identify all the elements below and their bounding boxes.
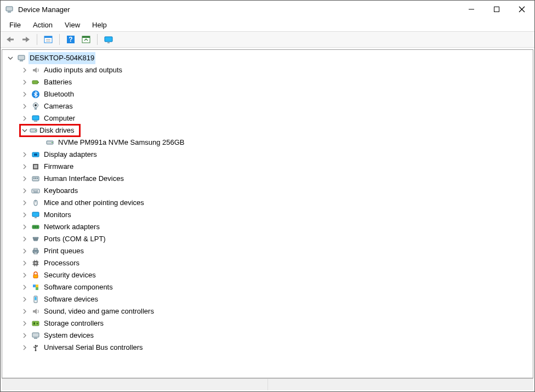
tree-item-disk-drives[interactable]: Disk drives bbox=[2, 124, 533, 137]
svg-rect-41 bbox=[33, 190, 34, 191]
svg-point-56 bbox=[36, 238, 37, 240]
tree-item-processors[interactable]: Processors bbox=[2, 257, 533, 269]
tree-item-label: Network adapters bbox=[43, 221, 101, 233]
chevron-right-icon[interactable] bbox=[21, 321, 29, 326]
svg-rect-3 bbox=[494, 7, 499, 12]
security-icon bbox=[31, 270, 41, 280]
minimize-button[interactable] bbox=[459, 1, 484, 18]
chevron-right-icon[interactable] bbox=[21, 297, 29, 302]
tree-item-display[interactable]: Display adapters bbox=[2, 149, 533, 161]
tree-item-printqueues[interactable]: Print queues bbox=[2, 245, 533, 257]
tree-item-hid[interactable]: Human Interface Devices bbox=[2, 173, 533, 185]
svg-rect-33 bbox=[34, 154, 37, 156]
mouse-icon bbox=[31, 198, 41, 208]
toolbar: ? bbox=[1, 31, 534, 48]
tree-root[interactable]: DESKTOP-504K819 bbox=[2, 52, 533, 64]
device-tree[interactable]: DESKTOP-504K819 Audio inputs and outputs… bbox=[2, 49, 533, 378]
svg-rect-51 bbox=[33, 226, 35, 228]
tree-item-cameras[interactable]: Cameras bbox=[2, 100, 533, 112]
tree-item-security[interactable]: Security devices bbox=[2, 269, 533, 281]
tree-item-label: Sound, video and game controllers bbox=[43, 305, 155, 317]
battery-icon bbox=[31, 77, 41, 87]
tree-item-label: Print queues bbox=[43, 245, 85, 257]
software-component-icon bbox=[31, 282, 41, 292]
chevron-right-icon[interactable] bbox=[21, 164, 29, 169]
tree-item-computer[interactable]: Computer bbox=[2, 112, 533, 124]
chevron-down-icon[interactable] bbox=[21, 128, 29, 133]
tree-item-label: Software devices bbox=[43, 293, 99, 305]
tree-item-swcomponents[interactable]: Software components bbox=[2, 281, 533, 293]
chevron-right-icon[interactable] bbox=[21, 176, 29, 181]
tree-item-disk-nvme[interactable]: NVMe PM991a NVMe Samsung 256GB bbox=[2, 137, 533, 149]
chevron-right-icon[interactable] bbox=[21, 224, 29, 230]
svg-rect-25 bbox=[35, 107, 37, 110]
chevron-right-icon[interactable] bbox=[21, 104, 29, 109]
chevron-right-icon[interactable] bbox=[21, 345, 29, 350]
chevron-right-icon[interactable] bbox=[21, 92, 29, 97]
tree-item-label: Computer bbox=[43, 112, 76, 124]
tree-item-label: System devices bbox=[43, 329, 95, 342]
chevron-right-icon[interactable] bbox=[21, 309, 29, 314]
tree-item-keyboards[interactable]: Keyboards bbox=[2, 185, 533, 197]
chevron-right-icon[interactable] bbox=[21, 200, 29, 206]
tree-item-audio[interactable]: Audio inputs and outputs bbox=[2, 64, 533, 76]
chevron-down-icon[interactable] bbox=[7, 55, 14, 61]
forward-button[interactable] bbox=[19, 33, 32, 46]
tree-item-firmware[interactable]: Firmware bbox=[2, 161, 533, 173]
svg-rect-17 bbox=[107, 42, 110, 43]
chevron-right-icon[interactable] bbox=[21, 67, 29, 73]
chevron-right-icon[interactable] bbox=[21, 188, 29, 194]
tree-item-bluetooth[interactable]: Bluetooth bbox=[2, 88, 533, 100]
tree-item-sound[interactable]: Sound, video and game controllers bbox=[2, 305, 533, 317]
chevron-right-icon[interactable] bbox=[21, 212, 29, 218]
tree-item-label: Cameras bbox=[43, 100, 74, 112]
properties-button[interactable] bbox=[42, 33, 55, 46]
menu-action[interactable]: Action bbox=[27, 20, 58, 30]
menu-view[interactable]: View bbox=[59, 20, 86, 30]
chevron-right-icon[interactable] bbox=[21, 116, 29, 121]
tree-item-storage[interactable]: Storage controllers bbox=[2, 317, 533, 329]
port-icon bbox=[31, 234, 41, 244]
svg-rect-43 bbox=[36, 190, 37, 191]
chevron-right-icon[interactable] bbox=[21, 79, 29, 85]
svg-rect-79 bbox=[32, 333, 39, 337]
tree-item-network[interactable]: Network adapters bbox=[2, 221, 533, 233]
chevron-right-icon[interactable] bbox=[21, 272, 29, 278]
svg-rect-70 bbox=[33, 275, 38, 278]
tree-item-monitors[interactable]: Monitors bbox=[2, 209, 533, 221]
menu-help[interactable]: Help bbox=[87, 20, 112, 30]
svg-rect-58 bbox=[34, 248, 37, 250]
maximize-button[interactable] bbox=[484, 1, 509, 18]
help-button[interactable]: ? bbox=[64, 33, 77, 46]
network-icon bbox=[31, 222, 41, 232]
svg-rect-19 bbox=[20, 60, 23, 61]
close-button[interactable] bbox=[509, 1, 534, 18]
svg-rect-1 bbox=[8, 12, 11, 13]
svg-rect-52 bbox=[35, 226, 36, 228]
tree-item-batteries[interactable]: Batteries bbox=[2, 76, 533, 88]
computer-icon bbox=[16, 53, 26, 63]
chevron-right-icon[interactable] bbox=[21, 236, 29, 242]
tree-item-swdevices[interactable]: Software devices bbox=[2, 293, 533, 305]
tree-item-ports[interactable]: Ports (COM & LPT) bbox=[2, 233, 533, 245]
svg-point-29 bbox=[35, 130, 36, 131]
system-device-icon bbox=[31, 331, 41, 340]
chevron-right-icon[interactable] bbox=[21, 333, 29, 338]
tree-item-system[interactable]: System devices bbox=[2, 329, 533, 342]
keyboard-icon bbox=[31, 186, 41, 196]
chevron-right-icon[interactable] bbox=[21, 152, 29, 157]
tree-item-label: Keyboards bbox=[43, 185, 79, 197]
menu-file[interactable]: File bbox=[4, 20, 26, 30]
tree-item-usb[interactable]: Universal Serial Bus controllers bbox=[2, 342, 533, 354]
camera-icon bbox=[31, 101, 41, 111]
scan-hardware-button[interactable] bbox=[79, 33, 93, 46]
chevron-right-icon[interactable] bbox=[21, 248, 29, 254]
svg-rect-73 bbox=[36, 285, 38, 287]
tree-item-mice[interactable]: Mice and other pointing devices bbox=[2, 197, 533, 209]
back-button[interactable] bbox=[4, 33, 17, 46]
chevron-right-icon[interactable] bbox=[21, 260, 29, 266]
show-monitor-button[interactable] bbox=[102, 33, 115, 46]
chevron-right-icon[interactable] bbox=[21, 285, 29, 290]
svg-rect-9 bbox=[44, 36, 52, 38]
svg-text:?: ? bbox=[69, 36, 72, 43]
